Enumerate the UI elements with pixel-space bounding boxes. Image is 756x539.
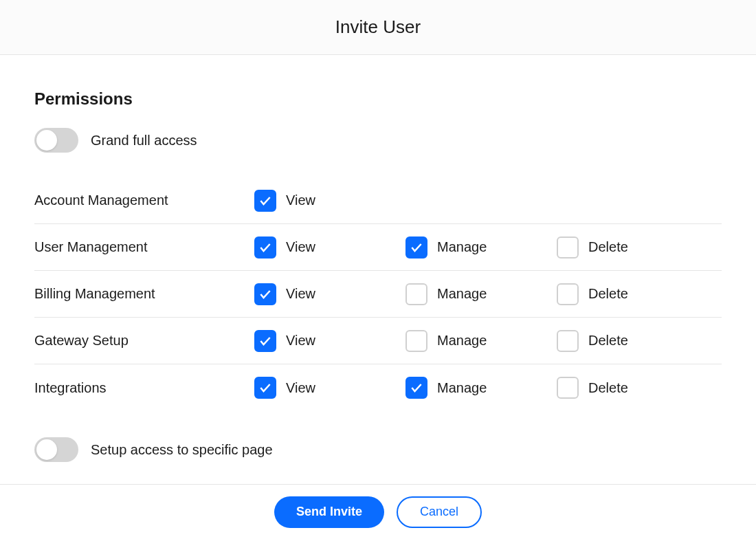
perm-row: Gateway SetupViewManageDelete	[34, 318, 722, 364]
checkbox-view-0[interactable]	[254, 190, 276, 212]
perm-label-delete-4: Delete	[588, 380, 628, 396]
perm-label-manage-1: Manage	[437, 239, 487, 255]
perm-cell-manage-1: Manage	[405, 236, 557, 258]
dialog-header: Invite User	[0, 0, 756, 55]
cancel-button[interactable]: Cancel	[397, 496, 482, 528]
checkbox-delete-2[interactable]	[557, 283, 579, 305]
perm-row-name: Account Management	[34, 192, 254, 208]
perm-cell-delete-4: Delete	[557, 377, 628, 399]
perm-label-delete-1: Delete	[588, 239, 628, 255]
perm-row-name: Integrations	[34, 380, 254, 396]
checkbox-manage-3[interactable]	[405, 330, 427, 352]
checkbox-manage-1[interactable]	[405, 236, 427, 258]
checkbox-delete-1[interactable]	[557, 236, 579, 258]
permissions-title: Permissions	[34, 89, 722, 109]
perm-cell-manage-3: Manage	[405, 330, 557, 352]
perm-row: User ManagementViewManageDelete	[34, 224, 722, 271]
checkbox-view-2[interactable]	[254, 283, 276, 305]
perm-label-view-4: View	[286, 380, 315, 396]
perm-cell-delete-2: Delete	[557, 283, 628, 305]
checkbox-view-3[interactable]	[254, 330, 276, 352]
perm-label-view-0: View	[286, 192, 315, 208]
dialog-content: Permissions Grand full access Account Ma…	[0, 55, 756, 462]
full-access-row: Grand full access	[34, 128, 722, 153]
perm-cell-view-3: View	[254, 330, 405, 352]
perm-row-name: Gateway Setup	[34, 333, 254, 349]
perm-label-delete-3: Delete	[588, 333, 628, 349]
dialog-footer: Send Invite Cancel	[0, 484, 756, 539]
checkbox-view-4[interactable]	[254, 377, 276, 399]
perm-row-name: User Management	[34, 239, 254, 255]
perm-cell-manage-2: Manage	[405, 283, 557, 305]
perm-label-view-3: View	[286, 333, 315, 349]
send-invite-button[interactable]: Send Invite	[274, 496, 384, 528]
perm-row: Billing ManagementViewManageDelete	[34, 271, 722, 318]
full-access-label: Grand full access	[91, 133, 197, 148]
checkbox-manage-4[interactable]	[405, 377, 427, 399]
checkbox-manage-2[interactable]	[405, 283, 427, 305]
checkbox-view-1[interactable]	[254, 236, 276, 258]
perm-row: IntegrationsViewManageDelete	[34, 364, 722, 411]
perm-cell-view-0: View	[254, 190, 405, 212]
specific-page-row: Setup access to specific page	[34, 437, 722, 462]
dialog-title: Invite User	[335, 16, 421, 38]
checkbox-delete-4[interactable]	[557, 377, 579, 399]
perm-cell-delete-3: Delete	[557, 330, 628, 352]
specific-page-toggle[interactable]	[34, 437, 78, 462]
perm-label-delete-2: Delete	[588, 286, 628, 302]
perm-label-manage-2: Manage	[437, 286, 487, 302]
full-access-toggle[interactable]	[34, 128, 78, 153]
perm-cell-view-1: View	[254, 236, 405, 258]
perm-label-manage-4: Manage	[437, 380, 487, 396]
checkbox-delete-3[interactable]	[557, 330, 579, 352]
perm-label-view-2: View	[286, 286, 315, 302]
perm-cell-delete-1: Delete	[557, 236, 628, 258]
perm-cell-manage-4: Manage	[405, 377, 557, 399]
perm-label-view-1: View	[286, 239, 315, 255]
toggle-knob	[36, 130, 57, 151]
perm-row-name: Billing Management	[34, 286, 254, 302]
perm-label-manage-3: Manage	[437, 333, 487, 349]
perm-cell-view-4: View	[254, 377, 405, 399]
permissions-table: Account ManagementViewUser ManagementVie…	[34, 177, 722, 411]
perm-row: Account ManagementView	[34, 177, 722, 224]
perm-cell-view-2: View	[254, 283, 405, 305]
specific-page-label: Setup access to specific page	[91, 442, 273, 458]
toggle-knob	[36, 439, 57, 460]
